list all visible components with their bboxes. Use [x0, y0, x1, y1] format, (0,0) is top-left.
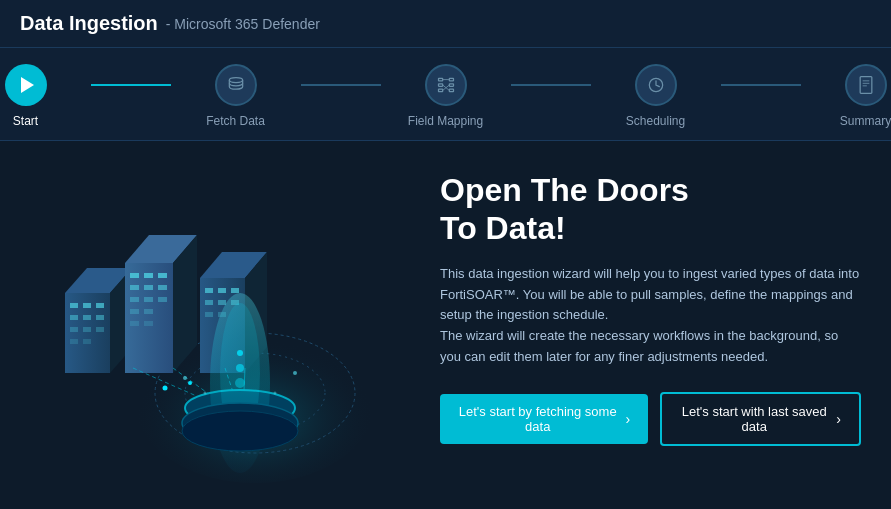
- svg-rect-25: [70, 315, 78, 320]
- svg-point-0: [229, 78, 242, 83]
- svg-rect-43: [130, 297, 139, 302]
- svg-point-82: [204, 392, 207, 395]
- svg-point-78: [182, 411, 298, 451]
- connector-1: [91, 84, 171, 86]
- database-icon: [226, 75, 246, 95]
- svg-rect-49: [144, 321, 153, 326]
- svg-rect-30: [96, 327, 104, 332]
- svg-rect-55: [218, 288, 226, 293]
- fetch-data-button[interactable]: Let's start by fetching some data ›: [440, 394, 648, 444]
- connector-4: [721, 84, 801, 86]
- svg-rect-5: [438, 89, 442, 92]
- header: Data Ingestion - Microsoft 365 Defender: [0, 0, 891, 48]
- svg-rect-4: [449, 84, 453, 87]
- main-content: Open The Doors To Data! This data ingest…: [0, 141, 891, 509]
- svg-rect-11: [860, 77, 872, 94]
- svg-point-80: [293, 371, 297, 375]
- svg-rect-1: [438, 78, 442, 81]
- svg-rect-29: [83, 327, 91, 332]
- svg-rect-57: [205, 300, 213, 305]
- svg-rect-46: [130, 309, 139, 314]
- step-fetch-data-icon-wrapper: [215, 64, 257, 106]
- svg-rect-27: [96, 315, 104, 320]
- svg-point-74: [237, 350, 243, 356]
- page-subtitle: - Microsoft 365 Defender: [166, 16, 320, 32]
- svg-rect-58: [218, 300, 226, 305]
- svg-rect-24: [96, 303, 104, 308]
- svg-rect-28: [70, 327, 78, 332]
- svg-rect-47: [144, 309, 153, 314]
- svg-rect-39: [158, 273, 167, 278]
- illustration-area: [0, 141, 430, 509]
- text-area: Open The Doors To Data! This data ingest…: [430, 141, 891, 509]
- document-icon: [856, 75, 876, 95]
- svg-point-76: [235, 378, 245, 388]
- step-fetch-data[interactable]: Fetch Data: [171, 64, 301, 140]
- svg-rect-26: [83, 315, 91, 320]
- step-summary-icon-wrapper: [845, 64, 887, 106]
- mapping-icon: [436, 75, 456, 95]
- step-container: Start Fetch Data: [0, 64, 891, 140]
- svg-rect-31: [70, 339, 78, 344]
- play-icon: [21, 77, 34, 93]
- page-title: Data Ingestion: [20, 12, 158, 35]
- svg-rect-2: [449, 78, 453, 81]
- buttons-row: Let's start by fetching some data › Let'…: [440, 392, 861, 446]
- step-summary[interactable]: Summary: [801, 64, 892, 140]
- svg-rect-45: [158, 297, 167, 302]
- svg-rect-37: [130, 273, 139, 278]
- svg-rect-60: [205, 312, 213, 317]
- svg-rect-54: [205, 288, 213, 293]
- clock-icon: [646, 75, 666, 95]
- svg-rect-32: [83, 339, 91, 344]
- step-scheduling-label: Scheduling: [626, 114, 685, 140]
- svg-rect-23: [83, 303, 91, 308]
- svg-rect-40: [130, 285, 139, 290]
- svg-point-66: [163, 386, 168, 391]
- svg-rect-38: [144, 273, 153, 278]
- step-field-mapping-icon-wrapper: [425, 64, 467, 106]
- svg-rect-3: [438, 84, 442, 87]
- svg-rect-41: [144, 285, 153, 290]
- svg-rect-42: [158, 285, 167, 290]
- step-scheduling-icon-wrapper: [635, 64, 677, 106]
- svg-rect-6: [449, 89, 453, 92]
- step-scheduling[interactable]: Scheduling: [591, 64, 721, 140]
- svg-point-67: [188, 381, 192, 385]
- step-fetch-data-label: Fetch Data: [206, 114, 265, 140]
- step-start-label: Start: [13, 114, 38, 140]
- step-field-mapping-label: Field Mapping: [408, 114, 483, 140]
- svg-rect-56: [231, 288, 239, 293]
- description: This data ingestion wizard will help you…: [440, 264, 861, 368]
- last-saved-button[interactable]: Let's start with last saved data ›: [660, 392, 861, 446]
- svg-rect-22: [70, 303, 78, 308]
- connector-2: [301, 84, 381, 86]
- chevron-right-icon: ›: [625, 411, 630, 427]
- data-illustration: [25, 183, 405, 483]
- svg-point-75: [236, 364, 244, 372]
- step-summary-label: Summary: [840, 114, 891, 140]
- chevron-right-icon-2: ›: [836, 411, 841, 427]
- svg-point-81: [274, 392, 277, 395]
- svg-rect-48: [130, 321, 139, 326]
- svg-rect-44: [144, 297, 153, 302]
- svg-rect-34: [125, 263, 173, 373]
- connector-3: [511, 84, 591, 86]
- stepper: Start Fetch Data: [0, 48, 891, 141]
- svg-point-79: [183, 376, 187, 380]
- step-start-icon-wrapper: [5, 64, 47, 106]
- step-start[interactable]: Start: [0, 64, 91, 140]
- main-heading: Open The Doors To Data!: [440, 171, 861, 248]
- step-field-mapping[interactable]: Field Mapping: [381, 64, 511, 140]
